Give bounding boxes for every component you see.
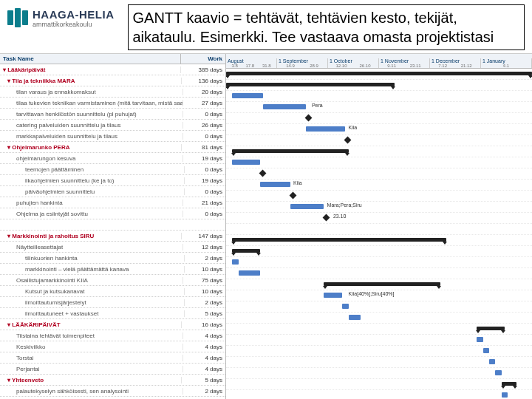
table-row[interactable]: Kutsut ja kutsukanavat10 days xyxy=(0,286,225,297)
task-name: ▾ Tila ja tekniikka MARA xyxy=(0,78,182,84)
table-row[interactable]: Ohjelma ja esiintyjät sovittu0 days xyxy=(0,208,225,219)
table-row[interactable]: ▾ Lääkäripäivät385 days xyxy=(0,64,225,75)
task-name: ohjelmarungon kesuva xyxy=(0,155,183,162)
table-row[interactable]: ohjelmarungon kesuva19 days xyxy=(0,153,225,164)
task-work: 27 days xyxy=(183,100,225,106)
task-work: 385 days xyxy=(181,66,225,73)
bar-label: 23.10 xyxy=(333,214,347,219)
milestone-icon[interactable] xyxy=(344,137,352,144)
bar-label: Kiia xyxy=(293,180,302,185)
task-name: Torstai xyxy=(0,355,183,361)
task-work: 10 days xyxy=(185,288,225,295)
table-row[interactable]: ▾ LÄÄKÄRIPÄIVÄT16 days xyxy=(0,319,225,330)
task-bar[interactable] xyxy=(263,104,306,109)
task-bar[interactable] xyxy=(260,182,290,187)
col-header-work[interactable]: Work xyxy=(181,54,225,64)
table-row[interactable]: tilan varaus ja ennakkomaksut20 days xyxy=(0,86,225,98)
task-name: ▾ Markkinointi ja rahoitus SIRU xyxy=(0,233,182,239)
table-row[interactable]: Näytteilleasettajat12 days xyxy=(0,242,225,253)
table-row[interactable]: markkapalveluiden suunnittelu ja tilaus0… xyxy=(0,131,225,142)
milestone-icon[interactable] xyxy=(304,115,312,122)
task-bar[interactable] xyxy=(232,93,262,98)
table-row[interactable]: ▾ Ohjelmarunko PERA81 days xyxy=(0,142,225,153)
task-work: 136 days xyxy=(182,78,225,84)
summary-bar[interactable] xyxy=(477,327,504,330)
summary-bar[interactable] xyxy=(232,238,446,242)
task-name: Perjantai xyxy=(0,366,183,372)
task-work: 4 days xyxy=(183,344,225,350)
summary-bar[interactable] xyxy=(502,382,517,386)
table-row[interactable]: Torstai4 days xyxy=(0,352,225,364)
table-row[interactable]: tilinkuorien hankinta2 days xyxy=(0,253,225,264)
logo-name: HAAGA-HELIA xyxy=(33,9,115,20)
table-row[interactable]: Tiistaina tehtävät toimenpiteet4 days xyxy=(0,330,225,341)
task-bar[interactable] xyxy=(239,270,260,276)
task-name: puhujien hankinta xyxy=(0,200,183,206)
task-bar[interactable] xyxy=(324,293,342,298)
summary-bar[interactable] xyxy=(226,83,395,86)
task-bar[interactable] xyxy=(495,370,501,375)
logo: HAAGA-HELIA ammattikorkeakoulu xyxy=(7,4,115,28)
task-name: ▾ LÄÄKÄRIPÄIVÄT xyxy=(0,321,182,328)
task-work: 0 days xyxy=(185,166,225,173)
milestone-icon[interactable] xyxy=(259,170,266,177)
task-bar[interactable] xyxy=(342,304,348,309)
table-row[interactable]: ▾ Tila ja tekniikka MARA136 days xyxy=(0,75,225,86)
table-row[interactable]: ▾ Yhteenveto5 days xyxy=(0,375,225,386)
table-row[interactable]: ilmoittautuneet + vastaukset5 days xyxy=(0,308,225,319)
table-row[interactable]: palautekyselyn sähköisesti, sen analysoi… xyxy=(0,386,225,397)
table-row[interactable]: catering palveluiden suunnittelu ja tila… xyxy=(0,120,225,131)
milestone-icon[interactable] xyxy=(289,192,296,200)
summary-bar[interactable] xyxy=(232,249,259,253)
task-bar[interactable] xyxy=(489,359,495,364)
timeline: August3.817.831.81 September14.928.91 Oc… xyxy=(226,54,532,399)
task-bar[interactable] xyxy=(477,337,482,342)
task-work: 75 days xyxy=(183,277,225,284)
task-name: ▾ Ohjelmarunko PERA xyxy=(0,144,182,151)
gantt-lane xyxy=(226,91,532,102)
table-row[interactable]: päiväohjelmien suunnittelu0 days xyxy=(0,186,225,197)
gantt-lane xyxy=(226,357,532,368)
month-header: 1 November9.1123.11 xyxy=(379,58,430,68)
task-bar[interactable] xyxy=(483,348,489,353)
bar-label: Pera xyxy=(312,103,323,108)
task-name: ilmoittautumisjärjestelyt xyxy=(0,299,185,306)
table-row[interactable]: ilkaohjelmien suunnittelu (ke ja to)19 d… xyxy=(0,175,225,186)
milestone-icon[interactable] xyxy=(323,214,330,222)
gantt-lane xyxy=(226,113,532,124)
gantt-lane xyxy=(226,157,532,168)
gantt-lane xyxy=(226,146,532,157)
table-row[interactable]: teemojen päättäminen0 days xyxy=(0,164,225,175)
table-row[interactable]: ilmoittautumisjärjestelyt2 days xyxy=(0,297,225,308)
summary-bar[interactable] xyxy=(226,72,532,75)
table-row[interactable]: markkinointi – vielä päättämättä kanava1… xyxy=(0,264,225,275)
gantt-lane xyxy=(226,379,532,390)
gantt-lane: Mara;Pera;Siru xyxy=(226,202,532,213)
task-name: markkapalveluiden suunnittelu ja tilaus xyxy=(0,133,183,140)
table-row[interactable]: Perjantai4 days xyxy=(0,364,225,375)
task-work: 12 days xyxy=(183,244,225,250)
summary-bar[interactable] xyxy=(324,282,440,286)
table-row[interactable]: puhujien hankinta21 days xyxy=(0,197,225,208)
table-row[interactable]: tilaa tukevien tekniikan varmistaminen (… xyxy=(0,98,225,109)
task-bar[interactable] xyxy=(502,392,508,398)
table-row[interactable]: ▾ Markkinointi ja rahoitus SIRU147 days xyxy=(0,231,225,242)
task-work: 0 days xyxy=(183,111,225,117)
task-name: ilmoittautuneet + vastaukset xyxy=(0,310,185,317)
gantt-lane xyxy=(226,335,532,346)
col-header-task[interactable]: Task Name xyxy=(0,54,181,64)
task-bar[interactable] xyxy=(349,315,361,320)
summary-bar[interactable] xyxy=(232,149,348,153)
task-bar[interactable] xyxy=(290,204,324,209)
task-name: tilan varaus ja ennakkomaksut xyxy=(0,89,183,95)
task-bar[interactable] xyxy=(306,126,346,132)
table-row[interactable]: Osallistujamarkkinointi KIIA75 days xyxy=(0,275,225,286)
task-name: ▾ Yhteenveto xyxy=(0,377,182,383)
table-row[interactable]: Keskiviikko4 days xyxy=(0,341,225,352)
gantt-lane xyxy=(226,224,532,235)
table-row[interactable] xyxy=(0,219,225,231)
gantt-lane xyxy=(226,246,532,257)
task-bar[interactable] xyxy=(232,160,259,165)
table-row[interactable]: tarvittavan henkilöstön suunnittelu (pl … xyxy=(0,109,225,120)
task-bar[interactable] xyxy=(232,259,238,265)
